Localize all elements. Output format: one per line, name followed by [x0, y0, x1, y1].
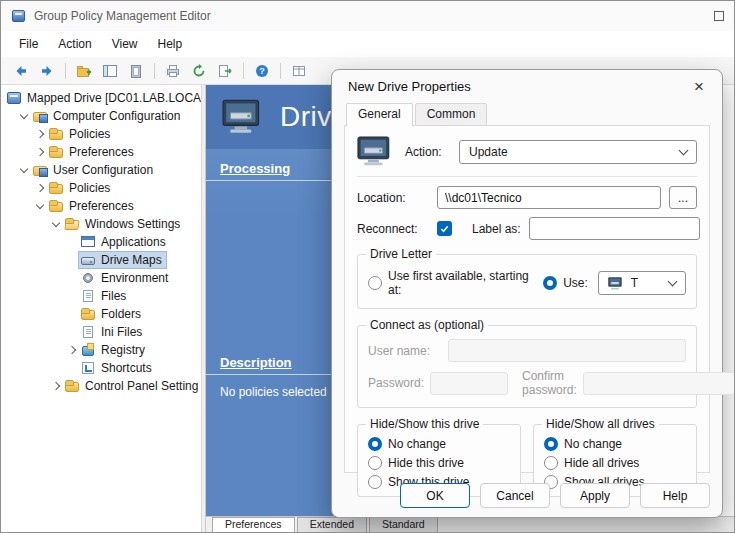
help-icon: ?	[254, 63, 270, 79]
action-dropdown[interactable]: Update	[459, 140, 697, 164]
back-button[interactable]	[9, 60, 33, 82]
hide-show-this-drive-title: Hide/Show this drive	[366, 417, 483, 431]
radio-selected[interactable]	[544, 437, 558, 451]
export-list-button[interactable]	[213, 60, 237, 82]
tree-item-label: Drive Maps	[101, 253, 162, 267]
tree-item-user-configuration[interactable]: User Configuration	[1, 161, 201, 179]
environment-icon	[80, 271, 96, 285]
ok-button[interactable]: OK	[400, 483, 470, 508]
applications-icon	[80, 235, 96, 249]
menu-file[interactable]: File	[9, 34, 48, 54]
tree-item-user-preferences[interactable]: Preferences	[1, 197, 201, 215]
tab-preferences[interactable]: Preferences	[212, 517, 295, 532]
tab-standard[interactable]: Standard	[369, 517, 438, 532]
tree-item-windows-settings[interactable]: Windows Settings	[1, 215, 201, 233]
chevron-down-icon	[668, 277, 678, 287]
print-button[interactable]	[161, 60, 185, 82]
drive-maps-large-icon	[222, 99, 268, 135]
menu-action[interactable]: Action	[48, 34, 101, 54]
gpme-window: Group Policy Management Editor File Acti…	[0, 0, 735, 533]
clipboard-icon	[128, 63, 144, 79]
tree-item-folders[interactable]: Folders	[1, 305, 201, 323]
tree-item-label: Registry	[101, 343, 145, 357]
processing-link[interactable]: Processing	[220, 161, 290, 176]
use-first-available-label[interactable]: Use first available, starting at:	[388, 269, 529, 297]
tree-item-drive-maps[interactable]: Drive Maps	[1, 251, 201, 269]
label-as-input[interactable]	[529, 217, 700, 240]
tree-item-label: Preferences	[69, 145, 134, 159]
tab-extended[interactable]: Extended	[297, 517, 367, 532]
description-link[interactable]: Description	[220, 355, 292, 370]
help-button-dialog[interactable]: Help	[640, 483, 710, 508]
browse-button[interactable]: ...	[669, 186, 697, 209]
apply-button[interactable]: Apply	[560, 483, 630, 508]
tree-item-label: User Configuration	[53, 163, 153, 177]
tree-item-applications[interactable]: Applications	[1, 233, 201, 251]
cancel-button[interactable]: Cancel	[480, 483, 550, 508]
chevron-right-icon[interactable]	[33, 127, 47, 141]
use-first-available-radio[interactable]	[368, 276, 382, 290]
tree-item-ini-files[interactable]: Ini Files	[1, 323, 201, 341]
tree-item-computer-preferences[interactable]: Preferences	[1, 143, 201, 161]
location-label: Location:	[357, 191, 429, 205]
tree-item-label: Policies	[69, 181, 110, 195]
chevron-down-icon[interactable]	[49, 217, 63, 231]
tree-item-environment[interactable]: Environment	[1, 269, 201, 287]
reconnect-checkbox[interactable]	[437, 221, 452, 236]
hide-this-drive-option[interactable]: Hide this drive	[368, 456, 510, 470]
location-input[interactable]	[437, 186, 661, 209]
selected-tree-item[interactable]: Drive Maps	[79, 252, 166, 268]
refresh-button[interactable]	[187, 60, 211, 82]
use-label[interactable]: Use:	[563, 276, 588, 290]
show-console-tree-button[interactable]	[98, 60, 122, 82]
columns-button[interactable]	[287, 60, 311, 82]
console-tree-pane: Mapped Drive [DC01.LAB.LOCA Computer Con…	[1, 85, 201, 532]
radio[interactable]	[368, 475, 382, 489]
tree-item-shortcuts[interactable]: Shortcuts	[1, 359, 201, 377]
chevron-right-icon[interactable]	[65, 343, 79, 357]
radio-selected[interactable]	[368, 437, 382, 451]
reconnect-label: Reconnect:	[357, 222, 429, 236]
radio[interactable]	[544, 456, 558, 470]
hide-all-drives-option[interactable]: Hide all drives	[544, 456, 686, 470]
option-label: No change	[564, 437, 622, 451]
forward-button[interactable]	[35, 60, 59, 82]
tree-item-user-policies[interactable]: Policies	[1, 179, 201, 197]
tree-item-files[interactable]: Files	[1, 287, 201, 305]
svg-text:?: ?	[259, 66, 265, 76]
tree-item-label: Files	[101, 289, 126, 303]
tree-item-registry[interactable]: Registry	[1, 341, 201, 359]
tree-item-computer-configuration[interactable]: Computer Configuration	[1, 107, 201, 125]
folder-icon	[80, 307, 96, 321]
tree-item-label: Applications	[101, 235, 166, 249]
chevron-right-icon[interactable]	[33, 181, 47, 195]
use-radio[interactable]	[543, 276, 557, 290]
paste-button[interactable]	[124, 60, 148, 82]
maximize-button[interactable]	[714, 11, 724, 21]
tab-common[interactable]: Common	[415, 103, 488, 126]
all-no-change-option[interactable]: No change	[544, 437, 686, 451]
no-policies-text: No policies selected	[220, 385, 327, 399]
columns-icon	[291, 63, 307, 79]
menu-view[interactable]: View	[102, 34, 148, 54]
up-one-level-button[interactable]	[72, 60, 96, 82]
tree-item-root[interactable]: Mapped Drive [DC01.LAB.LOCA	[1, 89, 201, 107]
close-icon[interactable]: ×	[684, 74, 714, 100]
general-tab-panel: Action: Update Location: ... Reconnect:	[344, 125, 710, 473]
this-no-change-option[interactable]: No change	[368, 437, 510, 451]
radio[interactable]	[368, 456, 382, 470]
menu-help[interactable]: Help	[148, 34, 193, 54]
chevron-spacer	[65, 271, 79, 285]
chevron-right-icon[interactable]	[49, 379, 63, 393]
chevron-down-icon[interactable]	[33, 199, 47, 213]
chevron-down-icon[interactable]	[17, 163, 31, 177]
help-button[interactable]: ?	[250, 60, 274, 82]
tree-item-label: Environment	[101, 271, 168, 285]
chevron-down-icon[interactable]	[17, 109, 31, 123]
tree-item-control-panel-settings[interactable]: Control Panel Setting	[1, 377, 201, 395]
drive-letter-dropdown[interactable]: T	[598, 271, 686, 295]
computer-configuration-icon	[32, 109, 48, 123]
tab-general[interactable]: General	[346, 103, 413, 127]
chevron-right-icon[interactable]	[33, 145, 47, 159]
tree-item-computer-policies[interactable]: Policies	[1, 125, 201, 143]
